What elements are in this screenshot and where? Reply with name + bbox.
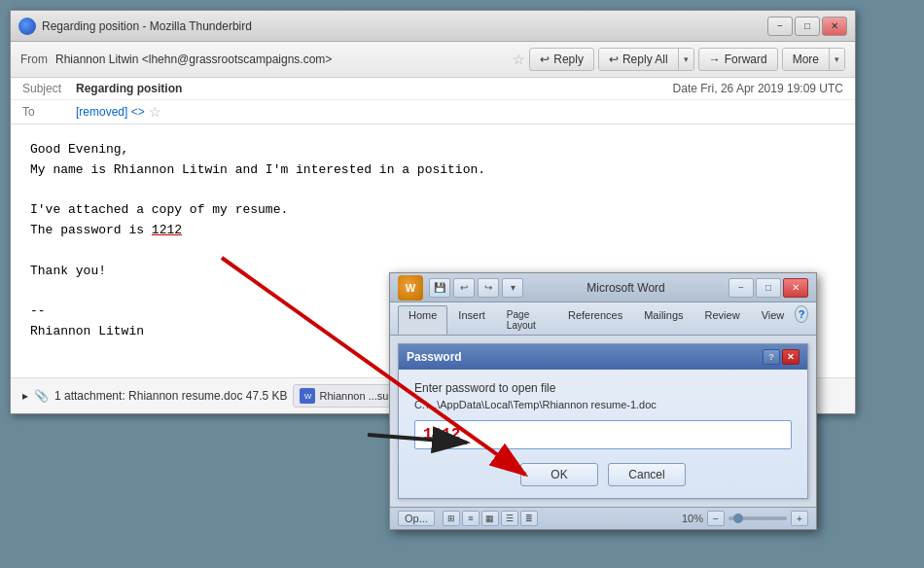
quick-access-toolbar: 💾 ↩ ↪ ▾ (429, 278, 523, 298)
word-titlebar: W 💾 ↩ ↪ ▾ Microsoft Word − □ ✕ (390, 273, 816, 302)
close-button[interactable]: ✕ (822, 17, 847, 36)
body-line-3 (30, 181, 835, 201)
dialog-help-button[interactable]: ? (763, 349, 780, 365)
tab-view[interactable]: View (751, 305, 796, 335)
body-line-5: The password is 1212 (30, 221, 835, 241)
paperclip-icon: 📎 (34, 389, 49, 403)
word-minimize-button[interactable]: − (729, 278, 754, 298)
view-icon-2[interactable]: ≡ (462, 511, 480, 526)
attachment-expand-icon[interactable]: ▸ (22, 389, 28, 403)
view-icon-3[interactable]: ▦ (481, 511, 499, 526)
zoom-in-button[interactable]: + (791, 511, 808, 526)
password-dialog-body: Enter password to open file C:\...\AppDa… (399, 370, 807, 498)
password-input[interactable] (414, 420, 792, 449)
word-window-controls: − □ ✕ (729, 278, 808, 298)
password-dialog-titlebar: Password ? ✕ (399, 344, 807, 370)
to-row: To [removed] <> ☆ (11, 100, 855, 124)
from-label: From (20, 53, 48, 66)
view-icon-1[interactable]: ⊞ (443, 511, 460, 526)
to-star-icon: ☆ (149, 104, 161, 120)
help-icon[interactable]: ? (795, 305, 808, 323)
subject-row: Subject Regarding position Date Fri, 26 … (11, 78, 855, 100)
from-value: Rhiannon Litwin <lhehn@grassrootscampaig… (55, 53, 509, 66)
word-close-button[interactable]: ✕ (783, 278, 808, 298)
reply-button[interactable]: ↩ Reply (529, 48, 594, 71)
more-dropdown[interactable]: ▾ (830, 49, 844, 70)
reply-all-button-group: ↩ Reply All ▾ (598, 48, 694, 71)
title-left: Regarding position - Mozilla Thunderbird (18, 18, 252, 35)
undo-icon[interactable]: ↩ (453, 278, 475, 298)
zoom-slider[interactable] (729, 516, 787, 520)
zoom-out-button[interactable]: − (707, 511, 725, 526)
toolbar: From Rhiannon Litwin <lhehn@grassrootsca… (11, 42, 855, 78)
word-ribbon-tabs: Home Insert Page Layout References Maili… (390, 302, 816, 336)
reply-icon: ↩ (540, 53, 550, 66)
save-icon[interactable]: 💾 (429, 278, 450, 298)
word-maximize-button[interactable]: □ (756, 278, 781, 298)
password-value: 1212 (152, 223, 182, 237)
view-icon-4[interactable]: ☰ (501, 511, 518, 526)
word-window-title: Microsoft Word (523, 281, 729, 295)
zoom-slider-thumb (733, 514, 743, 523)
email-headers: Subject Regarding position Date Fri, 26 … (11, 78, 855, 124)
to-label: To (22, 105, 76, 119)
tab-references[interactable]: References (557, 305, 633, 335)
date-value: Fri, 26 Apr 2019 19:09 UTC (700, 82, 843, 95)
subject-value: Regarding position (76, 82, 673, 95)
body-line-1: Good Evening, (30, 140, 835, 160)
forward-button[interactable]: → Forward (698, 48, 778, 71)
view-icons: ⊞ ≡ ▦ ☰ ≣ (443, 511, 538, 526)
word-window: W 💾 ↩ ↪ ▾ Microsoft Word − □ ✕ Home Inse… (389, 272, 817, 530)
customize-icon[interactable]: ▾ (502, 278, 523, 298)
ok-button[interactable]: OK (520, 463, 598, 486)
maximize-button[interactable]: □ (795, 17, 820, 36)
dialog-buttons: OK Cancel (414, 463, 792, 486)
forward-icon: → (709, 53, 721, 66)
thunderbird-icon (18, 18, 36, 35)
window-controls: − □ ✕ (767, 17, 847, 36)
more-main[interactable]: More (783, 49, 830, 70)
view-icon-5[interactable]: ≣ (520, 511, 538, 526)
dialog-controls: ? ✕ (763, 349, 800, 365)
body-line-2: My name is Rhiannon Litwin and I'm inter… (30, 160, 835, 181)
password-dialog: Password ? ✕ Enter password to open file… (398, 343, 808, 499)
zoom-controls: 10% − + (682, 511, 808, 526)
word-title-left: W 💾 ↩ ↪ ▾ (398, 275, 523, 301)
open-label[interactable]: Op... (398, 511, 435, 526)
password-prefix: The password is (30, 223, 152, 237)
date-label: Date (673, 82, 701, 95)
redo-icon[interactable]: ↪ (478, 278, 499, 298)
to-value[interactable]: [removed] <> (76, 105, 145, 119)
reply-all-main[interactable]: ↩ Reply All (599, 49, 679, 70)
cancel-button[interactable]: Cancel (608, 463, 686, 486)
star-icon[interactable]: ☆ (513, 52, 525, 67)
word-file-icon: W (300, 388, 315, 404)
tab-home[interactable]: Home (398, 305, 447, 335)
tab-page-layout[interactable]: Page Layout (496, 305, 557, 335)
tab-insert[interactable]: Insert (447, 305, 496, 335)
window-title: Regarding position - Mozilla Thunderbird (42, 19, 252, 33)
password-dialog-title: Password (407, 350, 462, 364)
office-button[interactable]: W (398, 275, 423, 301)
password-instructions: Enter password to open file (414, 381, 792, 395)
dialog-close-button[interactable]: ✕ (782, 349, 800, 365)
thunderbird-titlebar: Regarding position - Mozilla Thunderbird… (11, 11, 855, 42)
reply-all-icon: ↩ (609, 53, 619, 66)
body-line-4: I've attached a copy of my resume. (30, 200, 835, 221)
zoom-value: 10% (682, 513, 703, 524)
body-line-6 (30, 241, 835, 262)
minimize-button[interactable]: − (767, 17, 793, 36)
tab-mailings[interactable]: Mailings (633, 305, 693, 335)
reply-all-dropdown[interactable]: ▾ (679, 49, 693, 70)
more-button-group: More ▾ (782, 48, 845, 71)
word-statusbar: Op... ⊞ ≡ ▦ ☰ ≣ 10% − + (390, 507, 816, 529)
attachment-label: 1 attachment: Rhiannon resume.doc 47.5 K… (54, 389, 287, 403)
subject-label: Subject (22, 82, 76, 95)
password-filepath: C:\...\AppData\Local\Temp\Rhiannon resum… (414, 399, 792, 410)
tab-review[interactable]: Review (694, 305, 751, 335)
